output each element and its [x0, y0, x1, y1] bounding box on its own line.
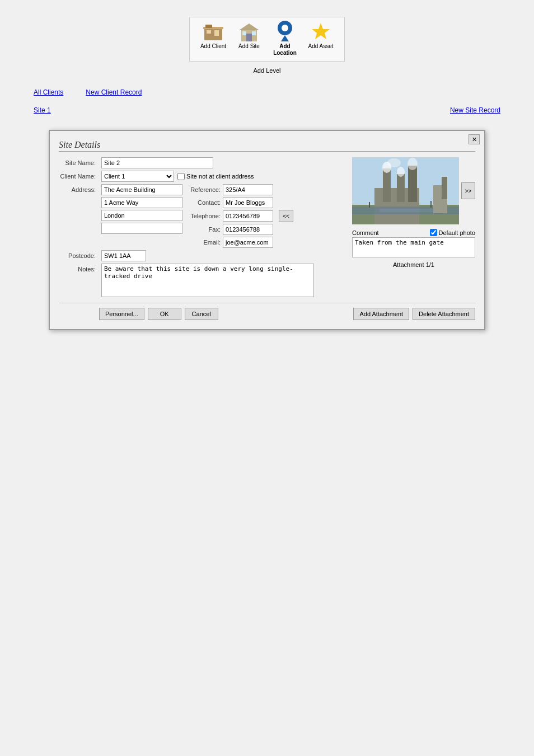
notes-label: Notes: [59, 264, 99, 275]
cancel-button[interactable]: Cancel [185, 308, 218, 320]
svg-rect-18 [397, 174, 405, 202]
form-right: >> Comment Default photo Taken from the … [352, 157, 475, 297]
svg-rect-19 [408, 166, 417, 202]
secondary-nav: Site 1 New Site Record [0, 102, 534, 119]
client-icon [202, 22, 224, 42]
attachment-label: Attachment 1/1 [352, 261, 475, 268]
fax-row: Fax: [187, 224, 293, 235]
client-name-label: Client Name: [59, 171, 99, 182]
email-row: Email: [187, 237, 293, 248]
add-site-button[interactable]: Add Site [232, 22, 266, 50]
telephone-row: Telephone: << [187, 210, 293, 222]
form-body: Site Name: Client Name: Client 1 Site no… [59, 157, 475, 297]
site-not-at-client-checkbox[interactable] [177, 173, 185, 180]
add-location-button[interactable]: Add Location [268, 22, 302, 57]
toolbar-box: Add Client Add Site [189, 17, 345, 62]
site-details-dialog: ✕ Site Details Site Name: Client Name: C… [49, 130, 485, 330]
add-location-label: Add Location [268, 43, 302, 57]
address-label: Address: [59, 184, 99, 195]
site1-link[interactable]: Site 1 [34, 106, 51, 114]
svg-marker-12 [281, 35, 289, 41]
add-asset-label: Add Asset [308, 43, 333, 50]
svg-rect-2 [205, 25, 212, 28]
svg-point-22 [407, 158, 418, 170]
email-input[interactable] [223, 237, 273, 248]
svg-marker-13 [312, 23, 330, 39]
default-photo-label[interactable]: Default photo [430, 229, 475, 236]
site-not-at-client-checkbox-label[interactable]: Site not at client address [177, 173, 254, 180]
postcode-row: Postcode: [59, 250, 343, 261]
dialog-title: Site Details [59, 140, 475, 152]
add-client-label: Add Client [200, 43, 226, 50]
secondary-nav-left: Site 1 [34, 106, 51, 114]
address-line1-input[interactable] [101, 184, 182, 195]
default-photo-text: Default photo [439, 229, 475, 236]
svg-rect-25 [369, 202, 370, 208]
postcode-label: Postcode: [59, 250, 99, 261]
site-not-at-client-text: Site not at client address [186, 173, 254, 180]
svg-rect-8 [242, 31, 246, 35]
svg-rect-17 [383, 168, 391, 202]
address-right: Reference: Contact: Telephone: [187, 184, 293, 248]
personnel-button[interactable]: Personnel... [99, 308, 144, 320]
comment-textarea[interactable]: Taken from the main gate [352, 237, 475, 257]
address-line3-input[interactable] [101, 210, 182, 221]
asset-icon [310, 22, 332, 42]
svg-rect-9 [252, 31, 256, 35]
postcode-input[interactable] [101, 250, 146, 261]
email-label: Email: [187, 239, 221, 246]
site-name-input[interactable] [101, 157, 213, 168]
site-photo [352, 157, 459, 224]
footer-left: Personnel... OK Cancel [59, 308, 218, 320]
svg-point-23 [387, 158, 401, 167]
toolbar: Add Client Add Site [0, 0, 534, 73]
site-icon [238, 22, 260, 42]
svg-marker-5 [239, 24, 259, 30]
address-line4-input[interactable] [101, 223, 182, 234]
svg-rect-7 [246, 34, 252, 41]
contact-input[interactable] [223, 197, 273, 208]
delete-attachment-button[interactable]: Delete Attachment [413, 308, 475, 320]
dialog-footer: Personnel... OK Cancel Add Attachment De… [59, 303, 475, 320]
svg-rect-4 [214, 30, 219, 36]
notes-textarea[interactable]: Be aware that this site is down a very l… [101, 264, 314, 297]
form-left: Site Name: Client Name: Client 1 Site no… [59, 157, 343, 297]
fax-label: Fax: [187, 226, 221, 233]
next-arrow-button[interactable]: >> [461, 182, 475, 199]
photo-nav-row: >> [352, 157, 475, 224]
add-attachment-button[interactable]: Add Attachment [353, 308, 409, 320]
footer-right: Add Attachment Delete Attachment [353, 308, 475, 320]
ok-button[interactable]: OK [148, 308, 181, 320]
reference-row: Reference: [187, 184, 293, 195]
svg-rect-28 [442, 177, 447, 199]
comment-row: Comment Default photo [352, 229, 475, 236]
new-client-link[interactable]: New Client Record [86, 88, 142, 96]
location-icon [274, 22, 296, 42]
telephone-input[interactable] [223, 210, 273, 222]
main-content: ✕ Site Details Site Name: Client Name: C… [0, 119, 534, 341]
nav-area: All Clients New Client Record [0, 83, 534, 102]
address-block: Reference: Contact: Telephone: [101, 184, 293, 248]
address-line2-input[interactable] [101, 197, 182, 208]
svg-point-21 [397, 167, 405, 177]
reference-label: Reference: [187, 186, 221, 193]
svg-rect-26 [430, 201, 432, 208]
all-clients-link[interactable]: All Clients [34, 88, 63, 96]
prev-arrow-button[interactable]: << [279, 210, 293, 222]
default-photo-checkbox[interactable] [430, 229, 437, 236]
client-name-select[interactable]: Client 1 [101, 171, 174, 182]
address-left [101, 184, 182, 248]
svg-point-11 [282, 25, 288, 31]
reference-input[interactable] [223, 184, 273, 195]
dialog-close-button[interactable]: ✕ [469, 134, 480, 144]
add-site-label: Add Site [238, 43, 260, 50]
nav-arrows-container: << [279, 210, 293, 222]
client-name-row: Client Name: Client 1 Site not at client… [59, 171, 343, 182]
address-row: Address: Reference: [59, 184, 343, 248]
add-level-label: Add Level [0, 67, 534, 74]
fax-input[interactable] [223, 224, 273, 235]
site-name-label: Site Name: [59, 157, 99, 168]
add-client-button[interactable]: Add Client [196, 22, 230, 50]
add-asset-button[interactable]: Add Asset [304, 22, 338, 50]
new-site-link[interactable]: New Site Record [450, 106, 500, 114]
